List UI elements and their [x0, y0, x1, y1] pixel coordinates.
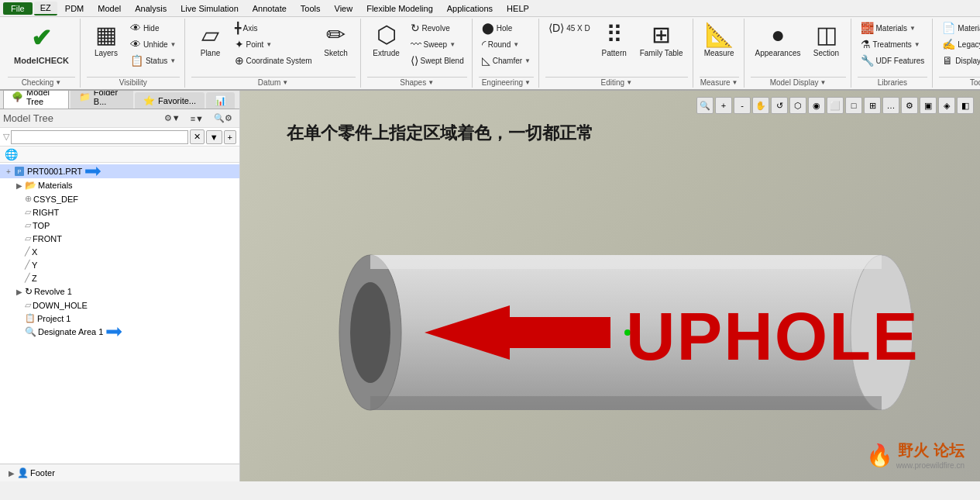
search-clear-button[interactable]: ✕ [190, 129, 205, 144]
udf-features-button[interactable]: 🔧 UDF Features [858, 53, 928, 68]
tree-item-right[interactable]: ▱ RIGHT [0, 205, 239, 219]
engineering-label[interactable]: Engineering ▼ [479, 77, 534, 88]
model-display-label[interactable]: Model Display ▼ [751, 77, 846, 88]
tree-item-top[interactable]: ▱ TOP [0, 219, 239, 232]
measure-button[interactable]: 📐 Measure [700, 20, 739, 60]
vp-extra1-btn[interactable]: ⚙ [901, 97, 918, 114]
extra-icon: 📊 [215, 95, 226, 106]
datum-label[interactable]: Datum ▼ [191, 77, 356, 88]
tree-item-z[interactable]: ╱ Z [0, 271, 239, 284]
tree-item-footer[interactable]: ▶ 👤 Footer [3, 466, 236, 480]
treatments-button[interactable]: ⚗ Treatments ▼ [858, 36, 928, 52]
menu-live-simulation[interactable]: Live Simulation [174, 2, 245, 15]
point-button[interactable]: ✦ Point ▼ [232, 36, 315, 52]
family-table-button[interactable]: ⊞ Family Table [635, 20, 688, 60]
vp-rotate-btn[interactable]: ↺ [771, 97, 788, 114]
menu-analysis[interactable]: Analysis [129, 2, 173, 15]
extrude-button[interactable]: ⬡ Extrude [367, 20, 406, 60]
measure-label[interactable]: Measure ▼ [700, 77, 739, 88]
menu-help[interactable]: HELP [500, 2, 535, 15]
sweep-button[interactable]: 〰 Sweep ▼ [407, 36, 467, 52]
svg-rect-10 [510, 317, 610, 348]
revolve-button[interactable]: ↻ Revolve [407, 20, 467, 36]
menu-flexible-modeling[interactable]: Flexible Modeling [360, 2, 439, 15]
vp-shaded-btn[interactable]: ◉ [808, 97, 825, 114]
tree-item-project[interactable]: 📋 Project 1 [0, 312, 239, 325]
materials-button[interactable]: 🧱 Materials ▼ [858, 20, 928, 36]
menu-tools[interactable]: Tools [294, 2, 327, 15]
hole-button[interactable]: ⬤ Hole [479, 20, 534, 36]
checking-label[interactable]: Checking ▼ [8, 77, 75, 88]
menu-pdm[interactable]: PDM [59, 2, 90, 15]
round-button[interactable]: ◜ Round ▼ [479, 36, 534, 52]
tab-model-tree[interactable]: 🌳 Model Tree [3, 91, 69, 109]
axis-x-icon: ╱ [25, 247, 30, 257]
chamfer-button[interactable]: ◺ Chamfer ▼ [479, 53, 534, 68]
check-icon: ✔ [31, 23, 52, 53]
panel-tab-strip: 🌳 Model Tree 📁 Folder B... ⭐ Favorite...… [0, 91, 239, 109]
tree-item-designate-area[interactable]: 🔍 Designate Area 1 [0, 325, 239, 339]
vp-pan-btn[interactable]: ✋ [752, 97, 769, 114]
menu-ez[interactable]: EZ [34, 2, 57, 16]
menu-model[interactable]: Model [91, 2, 127, 15]
tree-item-y[interactable]: ╱ Y [0, 258, 239, 271]
vp-zoom-fit-btn[interactable]: 🔍 [696, 97, 714, 114]
layers-button[interactable]: ▦ Layers [87, 20, 126, 60]
vp-hidden-btn[interactable]: ⬜ [827, 97, 844, 114]
modelcheck-button[interactable]: ✔ ModelCHECK [8, 20, 75, 68]
menu-applications[interactable]: Applications [441, 2, 499, 15]
legacy-annotate-button[interactable]: ✍ Legacy Annotate [939, 36, 980, 52]
appearances-button[interactable]: ● Appearances [751, 20, 806, 60]
menu-annotate[interactable]: Annotate [246, 2, 293, 15]
svg-rect-6 [370, 255, 882, 269]
45xd-button[interactable]: ⟨D⟩ 45 X D [545, 20, 593, 36]
sketch-button[interactable]: ✏ Sketch [317, 20, 356, 60]
pattern-button[interactable]: ⠿ Pattern [595, 20, 634, 60]
menu-view[interactable]: View [328, 2, 359, 15]
sketch-icon: ✏ [326, 23, 346, 47]
search-input[interactable] [11, 130, 188, 144]
tab-folder-browser[interactable]: 📁 Folder B... [70, 91, 133, 109]
tree-root-item[interactable]: + P PRT0001.PRT [0, 164, 239, 178]
favorites-icon: ⭐ [143, 95, 155, 106]
editing-label[interactable]: Editing ▼ [545, 77, 688, 88]
vp-more-btn[interactable]: … [882, 97, 899, 114]
tree-settings-button[interactable]: ⚙▼ [160, 112, 184, 125]
status-button[interactable]: 📋 Status ▼ [127, 53, 180, 68]
tree-view-button[interactable]: ≡▼ [187, 112, 208, 125]
section-icon: ◫ [816, 23, 837, 47]
coord-system-button[interactable]: ⊕ Coordinate System [232, 53, 315, 68]
tree-item-materials[interactable]: ▶ 📂 Materials [0, 178, 239, 192]
tree-search-button[interactable]: 🔍⚙ [210, 112, 236, 125]
tree-item-csys[interactable]: ⊕ CSYS_DEF [0, 192, 239, 205]
vp-orient-btn[interactable]: ⊞ [864, 97, 881, 114]
vp-extra2-btn[interactable]: ▣ [920, 97, 937, 114]
search-add-button[interactable]: + [224, 130, 236, 144]
tree-item-front[interactable]: ▱ FRONT [0, 232, 239, 245]
hide-button[interactable]: 👁 Hide [127, 20, 180, 36]
shapes-label[interactable]: Shapes ▼ [367, 77, 467, 88]
vp-zoom-in-btn[interactable]: + [715, 97, 732, 114]
root-expand-btn[interactable]: + [3, 167, 14, 176]
vp-persp-btn[interactable]: □ [845, 97, 862, 114]
tree-item-x[interactable]: ╱ X [0, 245, 239, 258]
display-con-button[interactable]: 🖥 Display Con [939, 53, 980, 68]
tree-item-down-hole[interactable]: ▱ DOWN_HOLE [0, 298, 239, 312]
family-table-icon: ⊞ [652, 23, 671, 47]
material-callout-button[interactable]: 📄 Material Callout [939, 20, 980, 36]
vp-extra3-btn[interactable]: ◈ [938, 97, 955, 114]
tree-item-revolve[interactable]: ▶ ↻ Revolve 1 [0, 284, 239, 298]
section-button[interactable]: ◫ Section [807, 20, 846, 60]
vp-wireframe-btn[interactable]: ⬡ [789, 97, 806, 114]
axis-button[interactable]: ╋ Axis [232, 20, 315, 36]
swept-blend-button[interactable]: ⟨⟩ Swept Blend [407, 53, 467, 68]
vp-extra4-btn[interactable]: ◧ [957, 97, 974, 114]
unhide-button[interactable]: 👁 Unhide ▼ [127, 36, 180, 52]
menu-file[interactable]: File [3, 2, 33, 15]
plane-button[interactable]: ▱ Plane [191, 20, 230, 60]
tab-extra[interactable]: 📊 [206, 92, 235, 109]
search-dropdown-button[interactable]: ▼ [206, 130, 222, 144]
vp-zoom-out-btn[interactable]: - [734, 97, 751, 114]
plane-right-icon: ▱ [25, 207, 31, 217]
tab-favorites[interactable]: ⭐ Favorite... [135, 92, 205, 109]
